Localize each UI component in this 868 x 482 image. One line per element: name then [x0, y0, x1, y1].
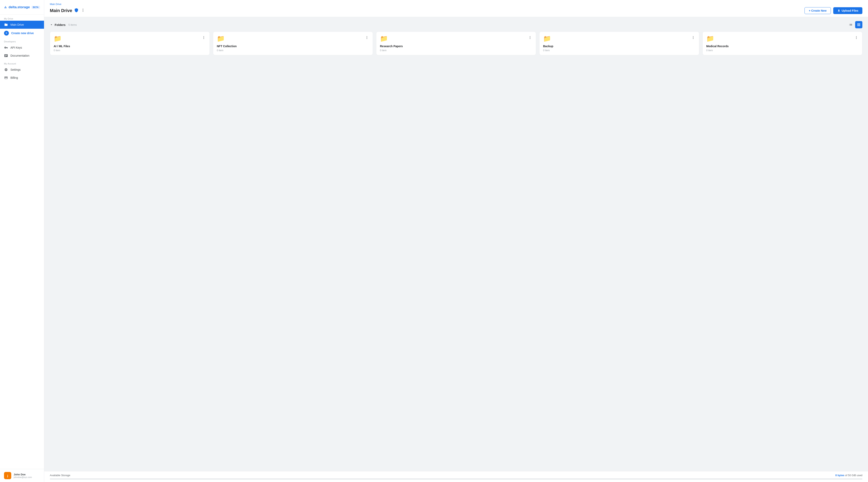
folder-card[interactable]: 📁 Research Papers 0 item — [376, 32, 536, 55]
main-content: Folders 5 items 📁 AI / ML Files 0 — [44, 17, 868, 471]
billing-icon — [4, 76, 8, 80]
folders-label: Folders — [55, 23, 65, 27]
folder-name: AI / ML Files — [54, 44, 206, 48]
api-keys-label: API Keys — [10, 46, 22, 49]
drive-icon — [4, 23, 8, 27]
create-plus-icon: + — [4, 31, 9, 36]
documentation-icon — [4, 54, 8, 58]
folder-card-top: 📁 — [543, 35, 695, 42]
more-options-icon[interactable] — [81, 8, 85, 13]
folder-card[interactable]: 📁 NFT Collection 0 item — [213, 32, 373, 55]
storage-progress-bg — [50, 478, 862, 480]
folder-card[interactable]: 📁 Backup 0 item — [539, 32, 699, 55]
svg-point-4 — [83, 10, 83, 10]
sidebar-item-create-drive[interactable]: + Create new drive — [0, 29, 44, 37]
grid-view-button[interactable] — [855, 21, 862, 28]
svg-point-7 — [204, 37, 204, 38]
svg-point-14 — [530, 38, 530, 39]
folder-menu-icon[interactable] — [202, 35, 206, 41]
chevron-down-icon — [50, 23, 53, 26]
sidebar-logo: delta.storage BETA — [0, 0, 44, 15]
folder-count: 0 item — [380, 49, 532, 52]
folder-menu-icon[interactable] — [528, 35, 532, 41]
folder-menu-icon[interactable] — [691, 35, 695, 41]
folders-grid: 📁 AI / ML Files 0 item 📁 NFT Collection … — [50, 32, 862, 55]
folder-name: Medical Records — [706, 44, 859, 48]
drive-title-row: Main Drive + Create New Upload Files — [50, 7, 862, 14]
svg-point-20 — [856, 38, 857, 39]
sidebar-item-documentation[interactable]: Documentation — [0, 52, 44, 60]
my-drive-section-label: My Drive — [0, 15, 44, 21]
settings-icon — [4, 68, 8, 72]
shield-icon — [74, 8, 79, 13]
svg-point-15 — [693, 36, 693, 37]
svg-point-13 — [530, 37, 530, 38]
folder-card-top: 📁 — [217, 35, 369, 42]
main-header: Main Drive Main Drive + Create New Uploa… — [44, 0, 868, 17]
folder-card[interactable]: 📁 Medical Records 0 item — [703, 32, 862, 55]
settings-label: Settings — [10, 68, 21, 71]
folder-icon: 📁 — [380, 35, 388, 42]
breadcrumb: Main Drive — [50, 3, 862, 6]
create-new-drive-label: Create new drive — [11, 32, 34, 35]
folder-count: 0 item — [543, 49, 695, 52]
folder-icon: 📁 — [706, 35, 714, 42]
svg-point-18 — [856, 36, 857, 37]
user-email: johndoe@xyz.com — [14, 476, 32, 478]
upload-files-label: Upload Files — [842, 9, 858, 12]
sidebar-item-settings[interactable]: Settings — [0, 66, 44, 74]
sidebar: delta.storage BETA My Drive Main Drive +… — [0, 0, 44, 482]
sidebar-item-api-keys[interactable]: API Keys — [0, 43, 44, 52]
app-logo-icon — [4, 4, 7, 11]
my-account-section-label: My Account — [0, 60, 44, 66]
folder-card-top: 📁 — [380, 35, 532, 42]
folder-card-top: 📁 — [706, 35, 859, 42]
svg-point-19 — [856, 37, 857, 38]
folder-menu-icon[interactable] — [365, 35, 369, 41]
svg-point-16 — [693, 37, 693, 38]
view-toggles — [847, 21, 862, 28]
folder-name: Backup — [543, 44, 695, 48]
svg-point-11 — [367, 38, 367, 39]
svg-point-10 — [367, 37, 367, 38]
folder-count: 0 item — [217, 49, 369, 52]
app-name: delta.storage — [9, 5, 30, 9]
svg-point-6 — [204, 36, 204, 37]
list-view-button[interactable] — [847, 21, 854, 28]
sidebar-main-drive-label: Main Drive — [10, 23, 24, 26]
folder-menu-icon[interactable] — [854, 35, 859, 41]
folder-card[interactable]: 📁 AI / ML Files 0 item — [50, 32, 210, 55]
upload-icon — [837, 9, 840, 12]
avatar: j — [4, 472, 11, 479]
folder-icon: 📁 — [543, 35, 551, 42]
svg-point-8 — [204, 38, 204, 39]
developers-section-label: Developers — [0, 37, 44, 43]
grid-view-icon — [857, 23, 861, 27]
user-name: John Doe — [14, 473, 32, 476]
main-area: Main Drive Main Drive + Create New Uploa… — [44, 0, 868, 482]
folders-header: Folders 5 items — [50, 21, 862, 28]
sidebar-item-main-drive[interactable]: Main Drive — [0, 21, 44, 29]
list-view-icon — [849, 23, 852, 27]
svg-point-5 — [83, 11, 83, 12]
folder-icon: 📁 — [217, 35, 225, 42]
storage-row: Available Storage 0 bytes of 50 GiB used — [50, 474, 862, 477]
storage-label: Available Storage — [50, 474, 70, 477]
folder-name: NFT Collection — [217, 44, 369, 48]
page-title: Main Drive — [50, 8, 72, 13]
sidebar-item-billing[interactable]: Billing — [0, 74, 44, 82]
folders-toggle[interactable]: Folders 5 items — [50, 23, 77, 27]
svg-point-3 — [83, 9, 83, 9]
key-icon — [4, 45, 8, 50]
folder-count: 0 item — [706, 49, 859, 52]
storage-used: 0 bytes — [835, 474, 844, 477]
storage-total: of — [845, 474, 848, 477]
folder-card-top: 📁 — [54, 35, 206, 42]
folders-count: 5 items — [68, 23, 77, 26]
svg-point-9 — [367, 36, 367, 37]
beta-badge: BETA — [32, 6, 40, 9]
svg-point-12 — [530, 36, 530, 37]
upload-files-button[interactable]: Upload Files — [833, 7, 862, 14]
create-new-button[interactable]: + Create New — [805, 7, 831, 14]
sidebar-user: j John Doe johndoe@xyz.com — [0, 469, 44, 482]
